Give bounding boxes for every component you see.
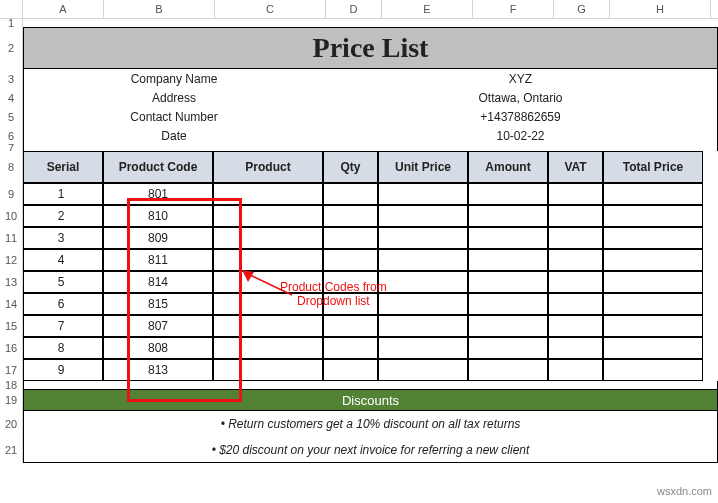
col-H[interactable]: H (610, 0, 711, 18)
cell-qty[interactable] (323, 227, 378, 249)
row-14[interactable]: 14 (0, 293, 23, 315)
cell-product-code[interactable]: 807 (103, 315, 213, 337)
row-4[interactable]: 4 (0, 88, 23, 107)
row-5[interactable]: 5 (0, 107, 23, 126)
cell-amount[interactable] (468, 271, 548, 293)
cell-qty[interactable] (323, 249, 378, 271)
hdr-unit[interactable]: Unit Price (378, 151, 468, 183)
cell-unit-price[interactable] (378, 205, 468, 227)
select-all-corner[interactable] (0, 0, 23, 18)
cell-qty[interactable] (323, 271, 378, 293)
cell-serial[interactable]: 3 (23, 227, 103, 249)
cell-product[interactable] (213, 249, 323, 271)
cell-qty[interactable] (323, 315, 378, 337)
cell-vat[interactable] (548, 249, 603, 271)
meta-contact-key[interactable]: Contact Number (24, 107, 324, 126)
cell-amount[interactable] (468, 249, 548, 271)
cell-serial[interactable]: 2 (23, 205, 103, 227)
cell-unit-price[interactable] (378, 183, 468, 205)
meta-contact-val[interactable]: +14378862659 (324, 107, 717, 126)
cell-unit-price[interactable] (378, 315, 468, 337)
col-G[interactable]: G (554, 0, 610, 18)
row-21[interactable]: 21 (0, 437, 23, 463)
cell-amount[interactable] (468, 359, 548, 381)
cell-unit-price[interactable] (378, 227, 468, 249)
cell-unit-price[interactable] (378, 249, 468, 271)
row-12[interactable]: 12 (0, 249, 23, 271)
cell-total[interactable] (603, 271, 703, 293)
cell-serial[interactable]: 5 (23, 271, 103, 293)
cell-unit-price[interactable] (378, 293, 468, 315)
row-19[interactable]: 19 (0, 389, 23, 411)
cell-amount[interactable] (468, 315, 548, 337)
meta-company-val[interactable]: XYZ (324, 69, 717, 88)
cell-unit-price[interactable] (378, 271, 468, 293)
cell-vat[interactable] (548, 337, 603, 359)
cell-amount[interactable] (468, 337, 548, 359)
cell-product[interactable] (213, 359, 323, 381)
discount-note-2[interactable]: • $20 discount on your next invoice for … (23, 437, 718, 463)
cell-product[interactable] (213, 337, 323, 359)
cell-qty[interactable] (323, 183, 378, 205)
cell-qty[interactable] (323, 359, 378, 381)
cell-total[interactable] (603, 227, 703, 249)
hdr-pcode[interactable]: Product Code (103, 151, 213, 183)
cell-vat[interactable] (548, 271, 603, 293)
cell-serial[interactable]: 6 (23, 293, 103, 315)
hdr-amount[interactable]: Amount (468, 151, 548, 183)
cell-product-code[interactable]: 810 (103, 205, 213, 227)
cell-unit-price[interactable] (378, 359, 468, 381)
cell-serial[interactable]: 8 (23, 337, 103, 359)
hdr-serial[interactable]: Serial (23, 151, 103, 183)
row-17[interactable]: 17 (0, 359, 23, 381)
cell-amount[interactable] (468, 183, 548, 205)
col-F[interactable]: F (473, 0, 554, 18)
cell-amount[interactable] (468, 293, 548, 315)
cell-total[interactable] (603, 337, 703, 359)
row-20[interactable]: 20 (0, 411, 23, 437)
meta-date-key[interactable]: Date (24, 126, 324, 145)
row-2[interactable]: 2 (0, 27, 23, 69)
row-10[interactable]: 10 (0, 205, 23, 227)
cell-total[interactable] (603, 293, 703, 315)
cell-product-code[interactable]: 808 (103, 337, 213, 359)
cell-total[interactable] (603, 205, 703, 227)
cell-vat[interactable] (548, 315, 603, 337)
meta-date-val[interactable]: 10-02-22 (324, 126, 717, 145)
cell-qty[interactable] (323, 337, 378, 359)
row-1[interactable]: 1 (0, 19, 23, 27)
cell-vat[interactable] (548, 293, 603, 315)
cell-amount[interactable] (468, 205, 548, 227)
row-11[interactable]: 11 (0, 227, 23, 249)
cell-vat[interactable] (548, 205, 603, 227)
cell-serial[interactable]: 7 (23, 315, 103, 337)
row-9[interactable]: 9 (0, 183, 23, 205)
col-C[interactable]: C (215, 0, 326, 18)
col-E[interactable]: E (382, 0, 473, 18)
discounts-header[interactable]: Discounts (23, 389, 718, 411)
cell-product[interactable] (213, 227, 323, 249)
cell-product-code[interactable]: 801 (103, 183, 213, 205)
cell-product-code[interactable]: 811 (103, 249, 213, 271)
cell-product[interactable] (213, 183, 323, 205)
hdr-total[interactable]: Total Price (603, 151, 703, 183)
row-13[interactable]: 13 (0, 271, 23, 293)
cell-vat[interactable] (548, 183, 603, 205)
col-B[interactable]: B (104, 0, 215, 18)
hdr-product[interactable]: Product (213, 151, 323, 183)
row-15[interactable]: 15 (0, 315, 23, 337)
meta-address-val[interactable]: Ottawa, Ontario (324, 88, 717, 107)
cell-product[interactable] (213, 293, 323, 315)
hdr-qty[interactable]: Qty (323, 151, 378, 183)
hdr-vat[interactable]: VAT (548, 151, 603, 183)
row-8[interactable]: 8 (0, 151, 23, 183)
cell-vat[interactable] (548, 227, 603, 249)
cell-serial[interactable]: 1 (23, 183, 103, 205)
cell-total[interactable] (603, 183, 703, 205)
row-16[interactable]: 16 (0, 337, 23, 359)
row-18[interactable]: 18 (0, 381, 23, 389)
meta-company-key[interactable]: Company Name (24, 69, 324, 88)
cell-product[interactable] (213, 205, 323, 227)
cell-qty[interactable] (323, 293, 378, 315)
cell-unit-price[interactable] (378, 337, 468, 359)
